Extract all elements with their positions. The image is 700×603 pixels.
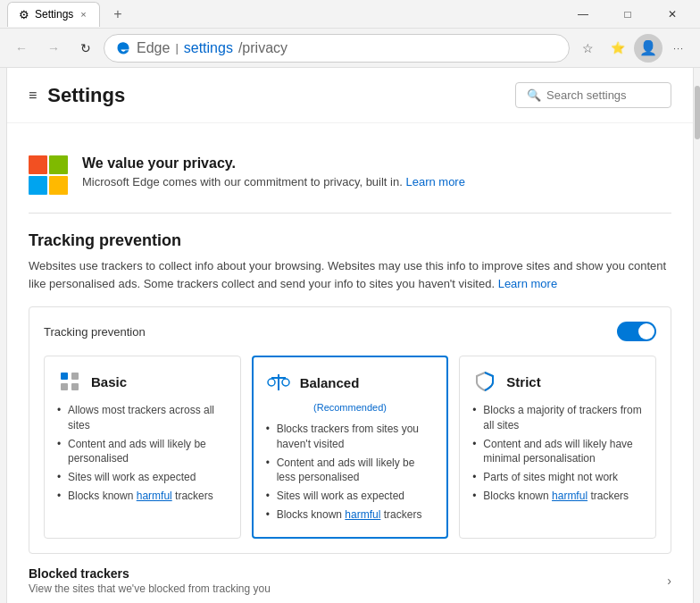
scrollbar-thumb [695, 86, 700, 139]
tracking-description: Websites use trackers to collect info ab… [29, 257, 671, 292]
balanced-title: Balanced [300, 375, 360, 390]
strict-icon [472, 369, 497, 394]
address-edge-label: Edge [137, 40, 170, 56]
profile-button[interactable]: 👤 [634, 34, 662, 63]
blocked-trackers-description: View the sites that we've blocked from t… [29, 582, 271, 595]
strict-title: Strict [506, 374, 540, 389]
balanced-subtitle: (Recommended) [266, 402, 435, 413]
privacy-text: We value your privacy. Microsoft Edge co… [82, 155, 465, 188]
new-tab-button[interactable]: + [105, 2, 130, 27]
svg-rect-0 [61, 373, 68, 380]
search-box[interactable]: 🔍 [515, 82, 671, 108]
basic-bullets: Allows most trackers across all sites Co… [57, 401, 228, 506]
basic-bullet-4: Blocks known harmful trackers [57, 487, 228, 506]
settings-tab[interactable]: ⚙ Settings × [7, 2, 100, 27]
privacy-learn-more-link[interactable]: Learn more [405, 175, 464, 188]
tab-favicon: ⚙ [19, 8, 29, 21]
svg-point-6 [268, 379, 275, 386]
basic-bullet-3: Sites will work as expected [57, 468, 228, 487]
blocked-trackers-title: Blocked trackers [29, 566, 271, 581]
balanced-bullets: Blocks trackers from sites you haven't v… [266, 420, 435, 524]
basic-title: Basic [91, 374, 127, 389]
ms-logo-blue [29, 176, 47, 195]
ms-logo-green [49, 155, 68, 174]
address-settings-part: settings [184, 40, 233, 56]
search-input[interactable] [546, 88, 660, 102]
tracking-card-header: Tracking prevention [44, 322, 656, 341]
microsoft-logo [29, 155, 68, 195]
strict-bullet-1: Blocks a majority of trackers from all s… [472, 401, 643, 435]
tab-title: Settings [35, 8, 73, 21]
nav-bar: ← → ↻ Edge | settings /privacy ☆ ⭐ 👤 ··· [0, 29, 700, 68]
svg-rect-3 [71, 383, 79, 390]
settings-header: ≡ Settings 🔍 [7, 68, 693, 123]
settings-content: ≡ Settings 🔍 We value your privacy. [7, 68, 693, 603]
balanced-bullet-3: Sites will work as expected [266, 487, 435, 506]
page-title: Settings [47, 84, 125, 107]
search-icon: 🔍 [527, 88, 541, 102]
address-path-part: /privacy [238, 40, 288, 56]
hamburger-icon[interactable]: ≡ [29, 88, 37, 104]
sidebar-toggle [0, 68, 7, 603]
balanced-bullet-4: Blocks known harmful trackers [266, 506, 435, 524]
nav-actions: ☆ ⭐ 👤 ··· [573, 34, 693, 63]
privacy-description: Microsoft Edge comes with our commitment… [82, 175, 465, 188]
basic-bullet-2: Content and ads will likely be personali… [57, 435, 228, 469]
balanced-card-header: Balanced [266, 370, 435, 395]
strict-bullet-4: Blocks known harmful trackers [472, 487, 643, 506]
edge-logo-icon [115, 40, 131, 56]
balanced-option-card[interactable]: Balanced (Recommended) Blocks trackers f… [252, 356, 449, 539]
privacy-heading: We value your privacy. [82, 155, 465, 172]
back-button[interactable]: ← [7, 34, 36, 63]
balanced-bullet-1: Blocks trackers from sites you haven't v… [266, 420, 435, 454]
tracking-toggle[interactable] [617, 322, 656, 341]
title-bar-left: ⚙ Settings × + [7, 2, 562, 27]
balanced-bullet-2: Content and ads will likely be less pers… [266, 454, 435, 488]
strict-card-header: Strict [472, 369, 643, 394]
svg-point-7 [282, 379, 289, 386]
settings-title-row: ≡ Settings [29, 84, 125, 107]
strict-bullets: Blocks a majority of trackers from all s… [472, 401, 643, 506]
maximize-button[interactable]: □ [607, 0, 648, 29]
window-controls: — □ ✕ [562, 0, 693, 29]
close-tab-button[interactable]: × [79, 7, 88, 21]
tracking-card-title: Tracking prevention [44, 325, 146, 339]
favorites-hub-button[interactable]: ⭐ [604, 34, 632, 63]
privacy-banner: We value your privacy. Microsoft Edge co… [29, 141, 671, 214]
strict-bullet-2: Content and ads will likely have minimal… [472, 435, 643, 469]
address-bar[interactable]: Edge | settings /privacy [104, 34, 570, 63]
settings-page: ≡ Settings 🔍 We value your privacy. [0, 68, 700, 603]
strict-bullet-3: Parts of sites might not work [472, 468, 643, 487]
tracking-section-title: Tracking prevention [29, 231, 671, 250]
basic-card-header: Basic [57, 369, 228, 394]
settings-body: We value your privacy. Microsoft Edge co… [7, 123, 693, 603]
refresh-button[interactable]: ↻ [71, 34, 100, 63]
tracking-section: Tracking prevention Websites use tracker… [29, 231, 671, 603]
close-button[interactable]: ✕ [652, 0, 693, 29]
basic-harmful-link[interactable]: harmful [137, 490, 172, 502]
ms-logo-red [29, 155, 47, 174]
more-button[interactable]: ··· [664, 34, 693, 63]
basic-icon [57, 369, 82, 394]
basic-bullet-1: Allows most trackers across all sites [57, 401, 228, 435]
ms-logo-yellow [49, 176, 68, 195]
right-scrollbar[interactable] [693, 68, 700, 603]
basic-option-card[interactable]: Basic Allows most trackers across all si… [44, 356, 241, 539]
svg-rect-2 [61, 383, 68, 390]
minimize-button[interactable]: — [562, 0, 604, 29]
prevention-options: Basic Allows most trackers across all si… [44, 356, 656, 539]
blocked-trackers-chevron-icon: › [667, 574, 671, 588]
tracking-learn-more-link[interactable]: Learn more [498, 277, 557, 290]
blocked-trackers-menu-item[interactable]: Blocked trackers View the sites that we'… [29, 554, 671, 603]
svg-rect-1 [71, 373, 79, 380]
balanced-harmful-link[interactable]: harmful [345, 508, 380, 521]
balanced-icon [266, 370, 291, 395]
strict-option-card[interactable]: Strict Blocks a majority of trackers fro… [459, 356, 656, 539]
blocked-trackers-text: Blocked trackers View the sites that we'… [29, 566, 271, 595]
title-bar: ⚙ Settings × + — □ ✕ [0, 0, 700, 29]
tracking-card: Tracking prevention [29, 306, 671, 554]
strict-harmful-link[interactable]: harmful [552, 490, 588, 502]
favorites-star-button[interactable]: ☆ [573, 34, 602, 63]
forward-button[interactable]: → [39, 34, 68, 63]
